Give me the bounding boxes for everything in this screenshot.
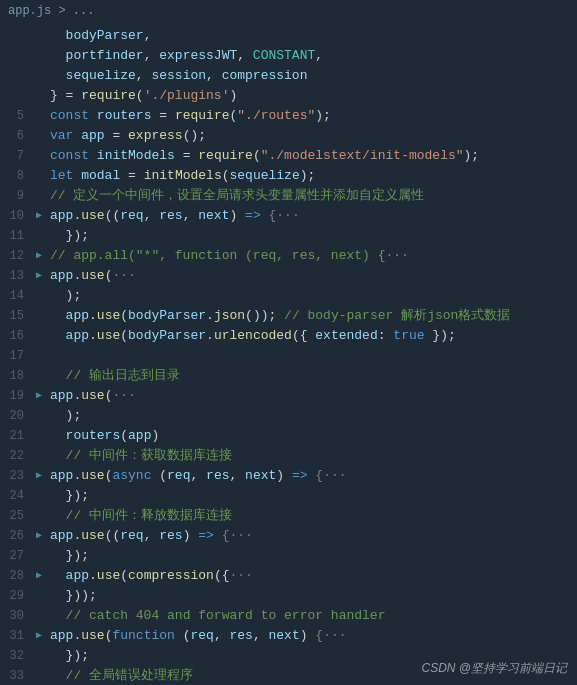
line-number: 15 [0,306,32,326]
line-number: 16 [0,326,32,346]
line-content: app.use(compression({··· [46,566,577,586]
line-number: 11 [0,226,32,246]
code-line: 16 app.use(bodyParser.urlencoded({ exten… [0,326,577,346]
code-line: 20 ); [0,406,577,426]
line-content: bodyParser, [46,26,577,46]
code-line: } = require('./plugins') [0,86,577,106]
breadcrumb: app.js > ... [0,0,577,22]
line-content: portfinder, expressJWT, CONSTANT, [46,46,577,66]
line-number: 31 [0,626,32,646]
line-content [46,346,577,366]
fold-arrow[interactable]: ▶ [32,266,46,286]
line-number: 28 [0,566,32,586]
line-number: 6 [0,126,32,146]
line-content: const initModels = require("./modelstext… [46,146,577,166]
fold-arrow[interactable]: ▶ [32,626,46,646]
line-content: // 中间件：释放数据库连接 [46,506,577,526]
line-content: } = require('./plugins') [46,86,577,106]
code-line: 23▶app.use(async (req, res, next) => {··… [0,466,577,486]
line-number: 20 [0,406,32,426]
line-number: 18 [0,366,32,386]
line-number: 12 [0,246,32,266]
line-content: app.use(bodyParser.json()); // body-pars… [46,306,577,326]
fold-arrow[interactable]: ▶ [32,206,46,226]
code-line: bodyParser, [0,26,577,46]
line-content: // catch 404 and forward to error handle… [46,606,577,626]
code-line: 27 }); [0,546,577,566]
code-area: bodyParser, portfinder, expressJWT, CONS… [0,22,577,685]
code-line: 13▶app.use(··· [0,266,577,286]
line-content: let modal = initModels(sequelize); [46,166,577,186]
line-content: routers(app) [46,426,577,446]
line-number: 27 [0,546,32,566]
line-content: })); [46,586,577,606]
line-number: 22 [0,446,32,466]
fold-arrow[interactable]: ▶ [32,466,46,486]
watermark: CSDN @坚持学习前端日记 [421,660,567,677]
line-number: 17 [0,346,32,366]
line-number: 30 [0,606,32,626]
fold-arrow[interactable]: ▶ [32,386,46,406]
line-content: ); [46,406,577,426]
code-line: 15 app.use(bodyParser.json()); // body-p… [0,306,577,326]
line-number: 29 [0,586,32,606]
code-line: 31▶app.use(function (req, res, next) {··… [0,626,577,646]
line-content: app.use((req, res) => {··· [46,526,577,546]
code-line: 30 // catch 404 and forward to error han… [0,606,577,626]
line-number: 25 [0,506,32,526]
line-content: // 输出日志到目录 [46,366,577,386]
line-number: 26 [0,526,32,546]
fold-arrow[interactable]: ▶ [32,526,46,546]
code-line: 7const initModels = require("./modelstex… [0,146,577,166]
line-number: 33 [0,666,32,685]
line-content: app.use((req, res, next) => {··· [46,206,577,226]
code-line: 14 ); [0,286,577,306]
editor: app.js > ... bodyParser, portfinder, exp… [0,0,577,685]
code-line: portfinder, expressJWT, CONSTANT, [0,46,577,66]
line-number: 32 [0,646,32,666]
fold-arrow[interactable]: ▶ [32,566,46,586]
fold-arrow[interactable]: ▶ [32,246,46,266]
code-line: 12▶// app.all("*", function (req, res, n… [0,246,577,266]
line-number: 10 [0,206,32,226]
code-line: 21 routers(app) [0,426,577,446]
line-content: // 定义一个中间件，设置全局请求头变量属性并添加自定义属性 [46,186,577,206]
code-line: 10▶app.use((req, res, next) => {··· [0,206,577,226]
line-number: 21 [0,426,32,446]
code-line: 11 }); [0,226,577,246]
line-content: // app.all("*", function (req, res, next… [46,246,577,266]
line-content: }); [46,226,577,246]
code-line: 24 }); [0,486,577,506]
code-line: 8let modal = initModels(sequelize); [0,166,577,186]
line-content: const routers = require("./routes"); [46,106,577,126]
line-content: // 中间件：获取数据库连接 [46,446,577,466]
line-number: 23 [0,466,32,486]
line-content: }); [46,546,577,566]
line-number: 13 [0,266,32,286]
line-content: app.use(function (req, res, next) {··· [46,626,577,646]
code-line: 9// 定义一个中间件，设置全局请求头变量属性并添加自定义属性 [0,186,577,206]
line-content: var app = express(); [46,126,577,146]
code-line: 22 // 中间件：获取数据库连接 [0,446,577,466]
line-number: 5 [0,106,32,126]
line-content: }); [46,486,577,506]
code-line: 6var app = express(); [0,126,577,146]
line-content: app.use(bodyParser.urlencoded({ extended… [46,326,577,346]
line-number: 14 [0,286,32,306]
code-line: sequelize, session, compression [0,66,577,86]
line-number: 7 [0,146,32,166]
line-content: app.use(async (req, res, next) => {··· [46,466,577,486]
code-line: 17 [0,346,577,366]
line-number: 24 [0,486,32,506]
line-content: sequelize, session, compression [46,66,577,86]
line-number: 8 [0,166,32,186]
line-number: 9 [0,186,32,206]
line-number: 19 [0,386,32,406]
code-line: 5const routers = require("./routes"); [0,106,577,126]
code-line: 28▶ app.use(compression({··· [0,566,577,586]
line-content: app.use(··· [46,266,577,286]
code-line: 18 // 输出日志到目录 [0,366,577,386]
code-line: 29 })); [0,586,577,606]
line-content: ); [46,286,577,306]
line-content: app.use(··· [46,386,577,406]
